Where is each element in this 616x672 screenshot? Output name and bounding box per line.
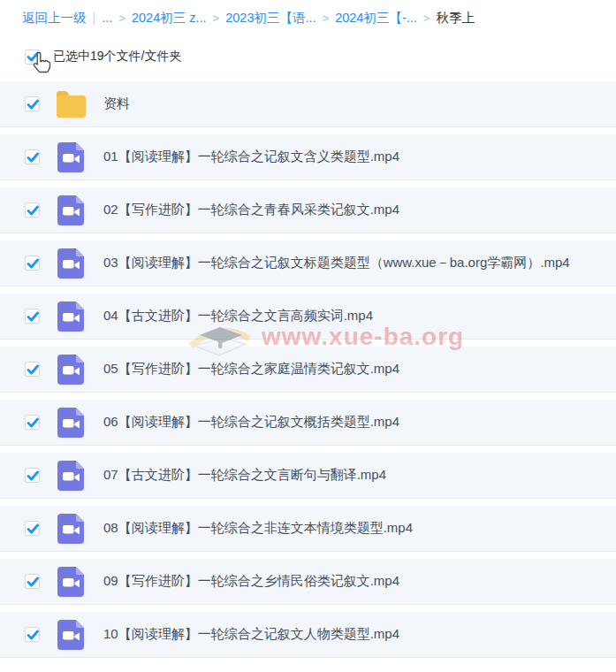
file-list: 资料 01【阅读理解】一轮综合之记叙文含义类题型.mp4: [0, 81, 616, 658]
table-row[interactable]: 10【阅读理解】一轮综合之记叙文人物类题型.mp4: [0, 612, 616, 658]
check-icon: [27, 98, 39, 111]
check-icon: [27, 204, 39, 217]
file-name[interactable]: 09【写作进阶】一轮综合之乡情民俗类记叙文.mp4: [103, 573, 399, 590]
row-checkbox[interactable]: [25, 574, 40, 589]
selection-bar: 已选中19个文件/文件夹: [0, 35, 616, 78]
video-file-icon: [57, 355, 84, 385]
file-name[interactable]: 10【阅读理解】一轮综合之记叙文人物类题型.mp4: [103, 626, 399, 643]
row-checkbox[interactable]: [25, 202, 40, 218]
file-name[interactable]: 06【阅读理解】一轮综合之记叙文概括类题型.mp4: [103, 414, 399, 431]
table-row[interactable]: 01【阅读理解】一轮综合之记叙文含义类题型.mp4: [0, 134, 616, 180]
check-icon: [27, 151, 39, 164]
file-name[interactable]: 02【写作进阶】一轮综合之青春风采类记叙文.mp4: [103, 202, 399, 218]
row-checkbox[interactable]: [25, 256, 40, 271]
file-name[interactable]: 07【古文进阶】一轮综合之文言断句与翻译.mp4: [103, 467, 386, 484]
row-checkbox[interactable]: [25, 521, 40, 536]
table-row[interactable]: 06【阅读理解】一轮综合之记叙文概括类题型.mp4: [0, 400, 616, 446]
file-name[interactable]: 03【阅读理解】一轮综合之记叙文标题类题型（www.xue－ba.org学霸网）…: [103, 255, 570, 271]
check-icon: [27, 50, 39, 63]
table-row[interactable]: 资料: [0, 81, 616, 127]
folder-icon: [57, 95, 86, 118]
check-icon: [27, 470, 39, 482]
row-checkbox[interactable]: [25, 149, 40, 164]
breadcrumb-item-ellipsis[interactable]: ...: [102, 11, 112, 25]
row-checkbox[interactable]: [25, 468, 40, 483]
check-icon: [27, 363, 39, 376]
breadcrumb: 返回上一级 | ... > 2024初三 z... > 2023初三【语... …: [0, 0, 616, 35]
row-checkbox[interactable]: [25, 96, 40, 111]
file-name[interactable]: 01【阅读理解】一轮综合之记叙文含义类题型.mp4: [103, 149, 399, 165]
breadcrumb-item-1[interactable]: 2024初三 z...: [132, 10, 207, 27]
selection-count-label: 已选中19个文件/文件夹: [53, 49, 181, 65]
video-file-icon: [57, 461, 84, 491]
check-icon: [27, 416, 39, 429]
row-checkbox[interactable]: [25, 362, 40, 377]
check-icon: [27, 310, 39, 323]
breadcrumb-item-current: 秋季上: [436, 10, 475, 27]
breadcrumb-separator: >: [213, 11, 220, 25]
row-checkbox[interactable]: [25, 309, 40, 324]
video-file-icon: [57, 302, 84, 332]
check-icon: [27, 576, 39, 588]
row-checkbox[interactable]: [25, 627, 40, 642]
select-all-checkbox[interactable]: [25, 50, 40, 65]
video-file-icon: [57, 408, 84, 438]
table-row[interactable]: 03【阅读理解】一轮综合之记叙文标题类题型（www.xue－ba.org学霸网）…: [0, 241, 616, 286]
video-file-icon: [57, 248, 84, 279]
breadcrumb-item-2[interactable]: 2023初三【语...: [225, 10, 316, 27]
breadcrumb-separator: >: [118, 11, 125, 25]
file-name[interactable]: 05【写作进阶】一轮综合之家庭温情类记叙文.mp4: [103, 361, 399, 378]
table-row[interactable]: 09【写作进阶】一轮综合之乡情民俗类记叙文.mp4: [0, 559, 616, 605]
breadcrumb-separator: >: [323, 11, 330, 25]
table-row[interactable]: 04【古文进阶】一轮综合之文言高频实词.mp4: [0, 294, 616, 340]
breadcrumb-pipe: |: [93, 11, 96, 25]
file-name[interactable]: 08【阅读理解】一轮综合之非连文本情境类题型.mp4: [103, 520, 413, 537]
video-file-icon: [57, 195, 84, 225]
table-row[interactable]: 02【写作进阶】一轮综合之青春风采类记叙文.mp4: [0, 187, 616, 233]
check-icon: [27, 523, 39, 535]
check-icon: [27, 257, 39, 270]
file-name[interactable]: 资料: [103, 95, 130, 112]
file-name[interactable]: 04【古文进阶】一轮综合之文言高频实词.mp4: [103, 308, 373, 325]
row-checkbox[interactable]: [25, 415, 40, 430]
back-link[interactable]: 返回上一级: [22, 10, 87, 27]
video-file-icon: [57, 567, 84, 597]
table-row[interactable]: 07【古文进阶】一轮综合之文言断句与翻译.mp4: [0, 453, 616, 499]
video-file-icon: [57, 514, 84, 544]
breadcrumb-item-3[interactable]: 2024初三【-...: [335, 10, 417, 27]
breadcrumb-separator: >: [423, 11, 430, 25]
video-file-icon: [57, 620, 84, 650]
table-row[interactable]: 08【阅读理解】一轮综合之非连文本情境类题型.mp4: [0, 506, 616, 552]
table-row[interactable]: 05【写作进阶】一轮综合之家庭温情类记叙文.mp4: [0, 347, 616, 393]
video-file-icon: [57, 142, 84, 172]
check-icon: [27, 629, 39, 641]
